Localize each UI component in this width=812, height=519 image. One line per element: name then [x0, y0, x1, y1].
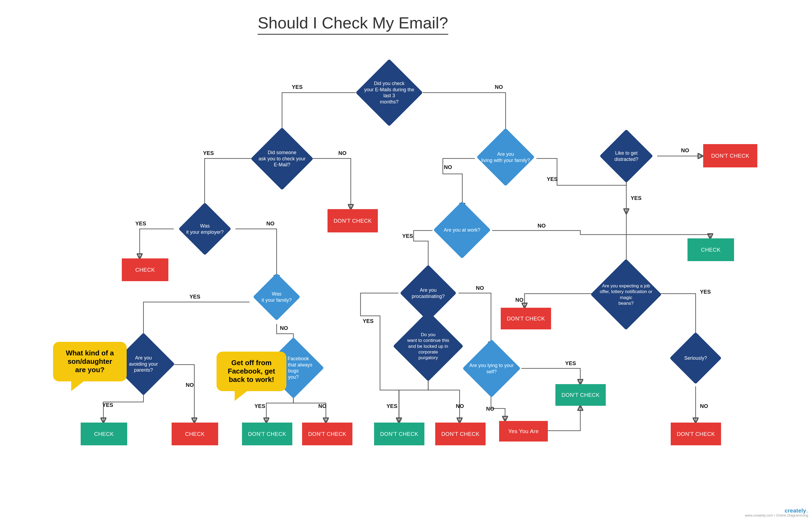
decision-label: Wasit your family? [258, 291, 296, 303]
diagram-title: Should I Check My Email? [258, 13, 448, 35]
edge-label-yes: YES [402, 233, 413, 239]
decision-label: Do youwant to continue thisand be locked… [400, 332, 457, 360]
edge-label-yes: YES [203, 150, 214, 156]
terminal-check: CHECK [172, 422, 218, 445]
edge-label-no: NO [681, 147, 689, 154]
decision-label: Seriously? [678, 355, 713, 361]
decision-label: Are youliving with your family? [478, 151, 533, 163]
decision-label: Are you expecting a joboffer, lottery no… [595, 283, 657, 306]
edge-label-no: NO [186, 382, 194, 388]
decision-living-with-family: Are youliving with your family? [485, 137, 526, 178]
edge-label-yes: YES [190, 294, 200, 300]
speech-tail-icon [231, 389, 250, 401]
edge-label-yes: YES [565, 360, 576, 366]
edge-label-no: NO [444, 164, 452, 170]
edge-label-no: NO [486, 406, 494, 412]
decision-avoiding-parents: Are youavoiding your parents? [121, 342, 166, 386]
edge-label-yes: YES [135, 220, 146, 227]
terminal-check: CHECK [122, 258, 168, 281]
edge-label-yes: YES [547, 176, 557, 182]
edge-label-yes: YES [386, 403, 397, 409]
edge-label-no: NO [318, 403, 326, 409]
decision-expecting-offer: Are you expecting a joboffer, lottery no… [601, 269, 651, 320]
speech-tail-icon [67, 379, 86, 391]
edge-label-no: NO [280, 325, 288, 331]
decision-label: Are you procastinating? [404, 287, 453, 299]
edge-label-no: NO [538, 223, 546, 229]
edge-label-no: NO [495, 84, 503, 90]
terminal-dont-check: DON'T CHECK [302, 422, 352, 445]
terminal-dont-check: DON'T CHECK [435, 422, 486, 445]
decision-label: Did you checkyour E-Mails during the las… [362, 80, 416, 105]
callout-text: What kind of ason/daughterare you? [66, 349, 114, 374]
decision-label: Are youavoiding your parents? [120, 355, 167, 373]
callout-son-daughter: What kind of ason/daughterare you? [53, 342, 127, 381]
decision-corporate-purgatory: Do youwant to continue thisand be locked… [403, 321, 453, 371]
edge-label-yes: YES [255, 403, 265, 409]
brand-logo: creately․ [745, 508, 808, 514]
decision-label: Are you lying to your self? [467, 362, 516, 375]
decision-checked-last-3-months: Did you checkyour E-Mails during the las… [366, 69, 413, 116]
terminal-dont-check: DON'T CHECK [327, 209, 378, 233]
edge-label-no: NO [700, 403, 708, 409]
edge-label-no: NO [338, 150, 346, 156]
decision-like-distracted: Like to get distracted? [607, 137, 645, 175]
watermark: creately․ www.creately.com • Online Diag… [745, 508, 808, 517]
terminal-check: CHECK [81, 422, 127, 445]
decision-employer: Wasit your employer? [186, 210, 224, 248]
decision-label: Are you at work? [442, 227, 482, 233]
decision-label: Wasit your employer? [183, 223, 227, 235]
decision-family: Wasit your family? [260, 280, 293, 314]
decision-seriously: Seriously? [677, 340, 714, 377]
terminal-dont-check: DON'T CHECK [242, 422, 292, 445]
terminal-dont-check: DON'T CHECK [555, 384, 606, 406]
edge-label-no: NO [476, 285, 484, 291]
decision-at-work: Are you at work? [442, 210, 482, 250]
edge-label-yes: YES [700, 289, 711, 295]
decision-procrastinating: Are you procastinating? [408, 273, 448, 313]
terminal-dont-check: DON'T CHECK [374, 422, 425, 445]
decision-label: Like to get distracted? [603, 150, 649, 162]
decision-someone-asked: Did someoneask you to check yourE-Mail? [260, 137, 304, 181]
terminal-yes-you-are: Yes You Are [499, 421, 548, 441]
edge-label-yes: YES [631, 195, 641, 201]
decision-lying-to-self: Are you lying to your self? [471, 348, 512, 389]
decision-label: Did someoneask you to check yourE-Mail? [255, 149, 309, 168]
edge-label-no: NO [515, 297, 523, 303]
terminal-check: CHECK [688, 238, 734, 261]
terminal-dont-check: DON'T CHECK [501, 308, 551, 329]
edge-label-yes: YES [363, 318, 374, 324]
edge-label-yes: YES [292, 84, 302, 90]
terminal-dont-check: DON'T CHECK [703, 144, 757, 167]
flowchart-canvas: Should I Check My Email? [0, 0, 812, 519]
callout-text: Get off fromFacebook, getback to work! [228, 359, 275, 384]
brand-subtext: www.creately.com • Online Diagramming [745, 514, 808, 517]
edge-label-no: NO [266, 220, 274, 227]
callout-facebook: Get off fromFacebook, getback to work! [216, 352, 286, 391]
edge-label-no: NO [456, 403, 464, 409]
edge-label-yes: YES [102, 402, 113, 408]
terminal-dont-check: DON'T CHECK [671, 422, 721, 445]
